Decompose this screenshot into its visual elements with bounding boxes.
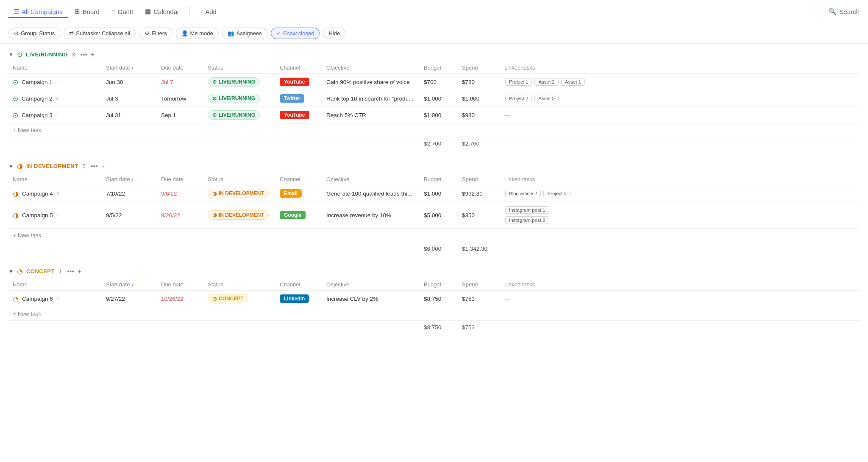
no-linked-tasks: — — [504, 112, 510, 118]
list-item[interactable]: Blog article 2 — [505, 190, 541, 197]
live-table-header: Name Start date ↑ Due date Status Channe… — [8, 62, 860, 74]
status-badge-icon: ◑ — [212, 190, 217, 196]
dev-section-actions[interactable]: ••• + — [91, 162, 105, 170]
concept-table: Name Start date ↑ Due date Status Channe… — [8, 279, 860, 334]
drag-handle[interactable]: ≡ — [56, 296, 59, 302]
add-concept-icon[interactable]: + — [78, 268, 81, 275]
live-summary-spend: $2,760 — [458, 137, 500, 151]
row-objective: Reach 5% CTR — [322, 107, 420, 123]
hide-pill[interactable]: Hide — [323, 28, 345, 39]
live-section-actions[interactable]: ••• + — [80, 51, 95, 59]
section-header-dev[interactable]: ▼ ◑ IN DEVELOPMENT 2 ••• + — [8, 155, 860, 174]
search-area[interactable]: 🔍 Search — [829, 8, 860, 15]
live-section-count: 3 — [72, 51, 75, 58]
list-item[interactable]: Project 2 — [505, 95, 532, 102]
live-new-task-row[interactable]: + New task — [8, 123, 860, 137]
th-linked-concept: Linked tasks — [500, 279, 860, 291]
row-name[interactable]: Campaign 2 — [22, 95, 53, 102]
group-status-pill[interactable]: ⊙ Group: Status — [8, 28, 60, 39]
add-dev-icon[interactable]: + — [101, 162, 105, 170]
row-budget: $700 — [420, 74, 458, 90]
drag-handle[interactable]: ≡ — [56, 212, 59, 218]
row-status: ⊙ LIVE/RUNNING — [203, 107, 275, 123]
linked-tasks-container: Project 1Asset 2Asset 1 — [504, 77, 589, 87]
channel-badge: Email — [280, 189, 302, 198]
nav-all-campaigns[interactable]: ☰ All Campaigns — [8, 5, 68, 18]
row-name[interactable]: Campaign 4 — [22, 190, 53, 197]
row-channel: LinkedIn — [275, 291, 322, 307]
more-icon[interactable]: ••• — [80, 51, 87, 59]
sort-arrow-concept: ↑ — [131, 282, 134, 287]
status-badge: ⊙ LIVE/RUNNING — [208, 110, 260, 120]
more-dev-icon[interactable]: ••• — [91, 162, 98, 170]
list-item[interactable]: Project 1 — [505, 78, 532, 86]
row-status: ⊙ LIVE/RUNNING — [203, 90, 275, 107]
concept-status-icon: ◔ — [17, 267, 23, 275]
main-content: ▼ ⊙ LIVE/RUNNING 3 ••• + Name Start date… — [0, 44, 868, 334]
show-closed-pill[interactable]: ✓ Show closed — [271, 28, 320, 39]
concept-section-count: 1 — [59, 268, 62, 274]
drag-handle[interactable]: ≡ — [56, 112, 59, 118]
list-item[interactable]: Asset 2 — [534, 78, 558, 86]
row-spend: $753 — [458, 291, 500, 307]
list-item[interactable]: Instagram post 2 — [505, 216, 549, 224]
add-live-icon[interactable]: + — [91, 51, 95, 59]
row-linked-tasks: Project 1Asset 2Asset 1 — [500, 74, 860, 90]
concept-new-task-row[interactable]: + New task — [8, 307, 860, 321]
row-name[interactable]: Campaign 5 — [22, 212, 53, 218]
live-status-icon: ⊙ — [17, 50, 22, 59]
status-badge-icon: ◑ — [212, 212, 217, 218]
list-item[interactable]: Asset 3 — [534, 95, 558, 102]
th-start-concept[interactable]: Start date ↑ — [102, 279, 157, 291]
row-start-date: Jul 31 — [102, 107, 157, 123]
top-nav: ☰ All Campaigns ⊞ Board ≡ Gantt ▦ Calend… — [0, 0, 868, 23]
row-status-icon: ◑ — [13, 190, 19, 198]
filters-pill[interactable]: ⚙ Filters — [139, 28, 172, 39]
nav-gantt[interactable]: ≡ Gantt — [106, 6, 138, 18]
more-concept-icon[interactable]: ••• — [67, 268, 74, 275]
dev-new-task-row[interactable]: + New task — [8, 229, 860, 242]
dev-summary-budget: $6,000 — [420, 242, 458, 256]
section-header-concept[interactable]: ▼ ◔ CONCEPT 1 ••• + — [8, 260, 860, 279]
row-name[interactable]: Campaign 3 — [22, 112, 53, 118]
concept-section-actions[interactable]: ••• + — [67, 268, 81, 275]
subtasks-pill[interactable]: ⇄ Subtasks: Collapse all — [64, 28, 136, 39]
row-linked-tasks: — — [500, 291, 860, 307]
nav-board[interactable]: ⊞ Board — [70, 5, 105, 18]
th-start-dev[interactable]: Start date ↑ — [102, 174, 157, 185]
row-linked-tasks: Instagram post 1Instagram post 2 — [500, 202, 860, 229]
table-row: ⊙ Campaign 3 ≡ Jul 31Sep 1 ⊙ LIVE/RUNNIN… — [8, 107, 860, 123]
dev-table-header: Name Start date ↑ Due date Status Channe… — [8, 174, 860, 185]
nav-add[interactable]: + Add — [195, 6, 222, 18]
live-table: Name Start date ↑ Due date Status Channe… — [8, 62, 860, 150]
drag-handle[interactable]: ≡ — [56, 190, 59, 196]
status-badge: ◑ IN DEVELOPMENT — [208, 210, 269, 220]
th-linked-live: Linked tasks — [500, 62, 860, 74]
concept-table-container: Name Start date ↑ Due date Status Channe… — [8, 279, 860, 334]
chevron-down-icon: ▼ — [8, 52, 14, 58]
th-objective-live: Objective — [322, 62, 420, 74]
list-item[interactable]: Project 3 — [543, 190, 570, 197]
drag-handle[interactable]: ≡ — [56, 79, 59, 85]
section-header-live[interactable]: ▼ ⊙ LIVE/RUNNING 3 ••• + — [8, 44, 860, 62]
th-start-live[interactable]: Start date ↑ — [102, 62, 157, 74]
chevron-down-icon-dev: ▼ — [8, 163, 14, 169]
nav-calendar[interactable]: ▦ Calendar — [140, 5, 184, 18]
th-spend-dev: Spend — [458, 174, 500, 185]
search-label: Search — [839, 8, 860, 15]
list-item[interactable]: Instagram post 1 — [505, 206, 549, 214]
row-spend: $350 — [458, 202, 500, 229]
me-mode-pill[interactable]: 👤 Me mode — [176, 28, 219, 39]
row-objective: Increase revenue by 10% — [322, 202, 420, 229]
live-table-container: Name Start date ↑ Due date Status Channe… — [8, 62, 860, 150]
row-name[interactable]: Campaign 6 — [22, 296, 53, 302]
th-channel-live: Channel — [275, 62, 322, 74]
row-name[interactable]: Campaign 1 — [22, 79, 53, 85]
list-item[interactable]: Asset 1 — [561, 78, 585, 86]
filter-icon: ⚙ — [145, 30, 150, 36]
assignees-pill[interactable]: 👥 Assignees — [222, 28, 267, 39]
row-start-date: 7/10/22 — [102, 185, 157, 202]
row-channel: Google — [275, 202, 322, 229]
dev-summary-spend: $1,342.30 — [458, 242, 500, 256]
drag-handle[interactable]: ≡ — [56, 95, 59, 101]
